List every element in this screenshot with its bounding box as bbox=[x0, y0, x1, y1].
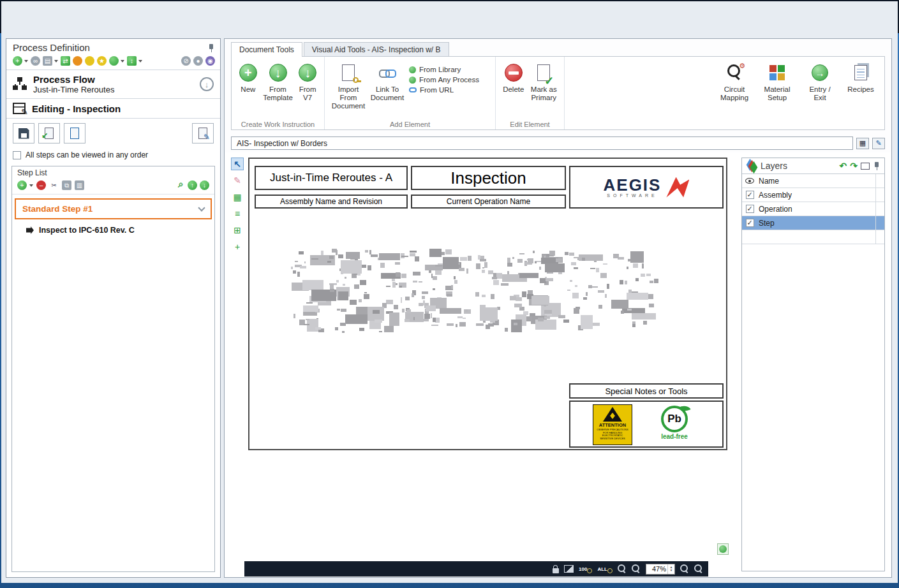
redo-icon[interactable]: ↷ bbox=[850, 161, 858, 171]
zoom-level-spinner[interactable]: 47% ▲▼ bbox=[646, 564, 675, 575]
from-url-button[interactable]: From URL bbox=[409, 86, 479, 94]
team-icon[interactable] bbox=[109, 56, 119, 66]
operation-title-box[interactable]: Inspection bbox=[411, 166, 566, 190]
move-tool-icon[interactable]: + bbox=[231, 240, 244, 253]
undo-icon[interactable]: ↶ bbox=[840, 161, 847, 171]
add-icon[interactable]: + bbox=[13, 56, 22, 66]
align-tool-icon[interactable]: ≡ bbox=[231, 207, 244, 220]
team-dropdown-icon[interactable] bbox=[121, 60, 124, 62]
cut-icon[interactable]: ✂ bbox=[49, 180, 59, 190]
print-icon[interactable]: ▤ bbox=[43, 56, 52, 66]
collapse-icon[interactable]: ↓ bbox=[200, 77, 214, 91]
thumbnail-icon[interactable] bbox=[564, 565, 574, 573]
tab-document-tools[interactable]: Document Tools bbox=[231, 42, 302, 56]
any-order-checkbox[interactable] bbox=[13, 151, 21, 159]
zoom-lock-icon[interactable] bbox=[553, 568, 559, 573]
ribbon: + New ↓ From Template ↓ From V7 Create W… bbox=[231, 56, 885, 130]
copy-icon[interactable]: ⧉ bbox=[62, 180, 71, 190]
pin-icon[interactable] bbox=[207, 43, 215, 52]
add-step-dropdown-icon[interactable] bbox=[29, 184, 33, 187]
delete-button[interactable]: Delete bbox=[500, 61, 528, 96]
eye-icon[interactable] bbox=[745, 178, 754, 184]
layer-row-step[interactable]: ✓ Step bbox=[742, 216, 884, 230]
record-icon[interactable]: ● bbox=[193, 56, 203, 66]
display-mode-icon[interactable]: ▦ bbox=[856, 138, 869, 149]
chevron-down-icon[interactable] bbox=[198, 204, 205, 211]
select-tool-icon[interactable]: ↖ bbox=[231, 158, 244, 170]
mark-as-primary-button[interactable]: ✓ Mark as Primary bbox=[528, 61, 560, 105]
fit-page-icon[interactable] bbox=[632, 564, 641, 573]
annotate-tool-icon[interactable]: ✎ bbox=[231, 174, 244, 187]
anchor-tool-icon[interactable]: ⊞ bbox=[231, 224, 244, 237]
remove-step-icon[interactable]: – bbox=[36, 180, 46, 190]
recipes-icon bbox=[854, 65, 867, 80]
certified-operator-icon[interactable]: ★ bbox=[97, 56, 107, 66]
entry-exit-button[interactable]: → Entry / Exit bbox=[803, 61, 837, 105]
circuit-mapping-button[interactable]: ⚙ Circuit Mapping bbox=[717, 61, 752, 105]
expand-steps-icon[interactable]: ↑ bbox=[188, 180, 197, 190]
print-dropdown-icon[interactable] bbox=[54, 60, 58, 62]
assembly-layer-checkbox[interactable]: ✓ bbox=[746, 191, 754, 199]
assign-icon[interactable]: ↕ bbox=[127, 56, 137, 66]
layer-row-operation[interactable]: ✓ Operation bbox=[742, 202, 884, 216]
import-from-document-button[interactable]: Import From Document bbox=[329, 61, 368, 113]
document-viewport[interactable]: Just-in-Time Reroutes - A Inspection Ass… bbox=[246, 152, 731, 560]
search-step-icon[interactable]: 🔎︎ bbox=[175, 180, 185, 190]
layers-pin-icon[interactable] bbox=[873, 161, 880, 170]
import-step-button[interactable] bbox=[38, 123, 60, 143]
tab-visual-aid-tools[interactable]: Visual Aid Tools - AIS- Inspection w/ B bbox=[304, 42, 449, 56]
entry-exit-icon: → bbox=[812, 64, 828, 81]
from-library-button[interactable]: From Library bbox=[409, 66, 479, 73]
save-step-button[interactable] bbox=[13, 123, 34, 143]
navigate-page-button[interactable] bbox=[717, 543, 729, 555]
pcb-image-left[interactable] bbox=[290, 248, 473, 333]
document-page[interactable]: Just-in-Time Reroutes - A Inspection Ass… bbox=[248, 158, 727, 450]
zoom-out-icon[interactable] bbox=[680, 564, 689, 573]
template-step-button[interactable] bbox=[64, 123, 85, 143]
zoom-100-button[interactable]: 100 bbox=[579, 566, 592, 572]
fullscreen-icon[interactable] bbox=[861, 163, 870, 170]
trainee-icon[interactable] bbox=[85, 56, 94, 66]
reroute-icon[interactable]: ⇄ bbox=[61, 56, 70, 66]
process-flow-row[interactable]: Process Flow Just-in-Time Reroutes ↓ bbox=[6, 70, 220, 99]
canvas-toolstrip: ↖ ✎ ▦ ≡ ⊞ + bbox=[230, 158, 244, 253]
assembly-title-box[interactable]: Just-in-Time Reroutes - A bbox=[255, 166, 408, 190]
collapse-steps-icon[interactable]: ↓ bbox=[200, 180, 209, 190]
pcb-image-right[interactable] bbox=[475, 249, 660, 332]
from-v7-button[interactable]: ↓ From V7 bbox=[295, 61, 320, 105]
zoom-in-icon[interactable] bbox=[694, 564, 703, 573]
step-instruction-item[interactable]: Inspect to IPC-610 Rev. C bbox=[12, 221, 214, 240]
selected-step-row[interactable]: Standard Step #1 bbox=[15, 198, 212, 219]
logo-box[interactable]: AEGIS SOFTWARE bbox=[569, 166, 724, 209]
info-icon[interactable]: ◉ bbox=[205, 56, 215, 66]
operation-layer-checkbox[interactable]: ✓ bbox=[746, 205, 754, 213]
edit-notes-button[interactable] bbox=[192, 123, 214, 143]
paste-icon[interactable]: ▥ bbox=[75, 180, 84, 190]
assign-dropdown-icon[interactable] bbox=[138, 60, 142, 62]
layer-row-assembly[interactable]: ✓ Assembly bbox=[742, 188, 884, 202]
new-button[interactable]: + New bbox=[235, 61, 261, 96]
material-setup-button[interactable]: Material Setup bbox=[761, 61, 794, 105]
grid-tool-icon[interactable]: ▦ bbox=[231, 191, 244, 203]
layer-row-name[interactable]: Name bbox=[742, 174, 884, 188]
link-to-document-button[interactable]: Link To Document bbox=[368, 61, 406, 105]
from-template-button[interactable]: ↓ From Template bbox=[261, 61, 295, 105]
link-icon[interactable]: ∞ bbox=[31, 56, 40, 66]
add-step-icon[interactable]: + bbox=[17, 180, 27, 190]
zoom-spinner-arrows[interactable]: ▲▼ bbox=[667, 564, 674, 574]
add-dropdown-icon[interactable] bbox=[24, 60, 28, 62]
deactivate-icon[interactable]: ⊘ bbox=[181, 56, 191, 66]
document-name-field[interactable]: AIS- Inspection w/ Borders bbox=[231, 136, 853, 150]
notes-title-box[interactable]: Special Notes or Tools bbox=[569, 383, 724, 399]
from-any-process-button[interactable]: From Any Process bbox=[409, 76, 479, 84]
operation-caption-box[interactable]: Current Operation Name bbox=[411, 195, 566, 209]
assembly-caption-box[interactable]: Assembly Name and Revision bbox=[255, 195, 408, 209]
recipes-button[interactable]: Recipes bbox=[846, 61, 875, 96]
step-layer-checkbox[interactable]: ✓ bbox=[746, 219, 754, 227]
fit-width-icon[interactable] bbox=[618, 564, 627, 573]
material-setup-icon bbox=[769, 65, 785, 80]
zoom-all-button[interactable]: ALL bbox=[597, 566, 613, 572]
operator-icon[interactable] bbox=[73, 56, 82, 66]
notes-content-box[interactable]: ATTENTION OBSERVE PRECAUTIONS FOR HANDLI… bbox=[569, 401, 724, 448]
rename-document-icon[interactable]: ✎ bbox=[872, 138, 885, 149]
